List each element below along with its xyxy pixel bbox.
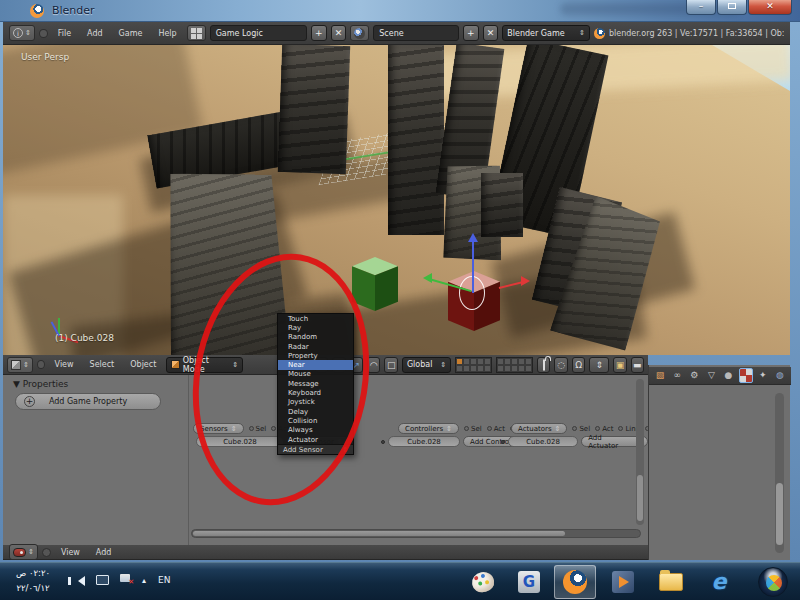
taskbar-app-internet-explorer[interactable]: e bbox=[698, 565, 740, 599]
menu-view[interactable]: View bbox=[49, 360, 80, 369]
controllers-object-name: Cube.028 bbox=[388, 436, 460, 447]
tab-constraints[interactable]: ∞ bbox=[670, 368, 684, 383]
collapse-menus-button[interactable] bbox=[39, 29, 48, 38]
screen-layout-field[interactable]: Game Logic bbox=[210, 25, 307, 41]
3d-viewport[interactable]: User Persp (1) Cube.028 bbox=[3, 45, 790, 355]
scene-field[interactable]: Scene bbox=[373, 25, 459, 41]
actuators-filter-sel[interactable]: Sel bbox=[572, 425, 590, 433]
scene-stats: blender.org 263 | Ve:17571 | Fa:33654 | … bbox=[594, 28, 784, 39]
properties-scrollbar[interactable] bbox=[775, 393, 784, 553]
maximize-button[interactable] bbox=[717, 0, 747, 15]
media-player-icon bbox=[612, 571, 634, 593]
snap-element-select[interactable]: ⇕ bbox=[589, 357, 609, 373]
show-hidden-icons-button[interactable]: ▴ bbox=[142, 576, 146, 585]
actuators-filter-act[interactable]: Act bbox=[595, 425, 613, 433]
scrollbar-thumb[interactable] bbox=[193, 531, 565, 536]
layers-grid-1[interactable] bbox=[455, 357, 492, 373]
actuators-object-name: Cube.028 bbox=[508, 436, 578, 447]
lock-to-scene-button[interactable] bbox=[537, 357, 550, 373]
windows-logo-icon bbox=[758, 567, 788, 597]
updown-icon: ⇕ bbox=[555, 425, 561, 433]
desktop-screen: Blender – ✕ i ⇕ File Add Game Help Game … bbox=[0, 0, 800, 600]
taskbar-clock[interactable]: ٠٢:٢٠ ص ٢٢/٠٦/١٢ bbox=[4, 566, 62, 598]
language-indicator[interactable]: EN bbox=[158, 575, 170, 585]
layers-grid-2[interactable] bbox=[496, 357, 533, 373]
snap-magnet-button[interactable]: Ω bbox=[572, 357, 585, 373]
taskbar-app-explorer[interactable] bbox=[650, 565, 692, 599]
logic-editor-header: ⇕ View Add bbox=[3, 545, 648, 560]
tab-modifiers[interactable]: ⚙ bbox=[687, 368, 701, 383]
properties-panel-title[interactable]: ▼ Properties bbox=[13, 379, 68, 389]
window-titlebar[interactable]: Blender – ✕ bbox=[0, 0, 800, 22]
logic-editor-icon bbox=[13, 548, 26, 557]
scrollbar-thumb[interactable] bbox=[637, 475, 643, 521]
engine-select[interactable]: Blender Game ⇕ bbox=[502, 25, 590, 41]
taskbar-app-media-player[interactable] bbox=[602, 565, 644, 599]
menu-help[interactable]: Help bbox=[152, 29, 182, 38]
menu-add[interactable]: Add bbox=[81, 29, 109, 38]
blender-logo-icon bbox=[30, 4, 44, 18]
network-icon[interactable] bbox=[96, 575, 109, 585]
add-scene-button[interactable]: + bbox=[463, 25, 479, 41]
controllers-filter-act[interactable]: Act bbox=[487, 425, 505, 433]
tab-material[interactable]: ● bbox=[721, 368, 735, 383]
tab-object[interactable]: ▧ bbox=[653, 368, 667, 383]
start-button[interactable] bbox=[752, 565, 794, 599]
vertical-scrollbar[interactable] bbox=[636, 379, 644, 525]
orientation-select[interactable]: Global ⇕ bbox=[402, 357, 451, 373]
scene-icon bbox=[354, 28, 365, 39]
close-button[interactable]: ✕ bbox=[748, 0, 792, 15]
menu-select[interactable]: Select bbox=[84, 360, 121, 369]
controllers-filter-menu[interactable]: Controllers ⇕ bbox=[398, 423, 459, 434]
green-cube-object[interactable] bbox=[352, 257, 398, 311]
taskbar: ٠٢:٢٠ ص ٢٢/٠٦/١٢ ▴ EN G e bbox=[0, 562, 800, 600]
menu-view[interactable]: View bbox=[55, 548, 86, 557]
updown-icon: ⇕ bbox=[579, 29, 585, 37]
delete-layout-button[interactable]: ✕ bbox=[331, 25, 347, 41]
manipulator-z-axis[interactable] bbox=[472, 241, 474, 293]
scrollbar-thumb[interactable] bbox=[776, 483, 783, 545]
plus-icon: + bbox=[24, 396, 35, 407]
controllers-filter-sel[interactable]: Sel bbox=[464, 425, 482, 433]
window-title: Blender bbox=[52, 4, 95, 17]
updown-icon: ⇕ bbox=[23, 361, 29, 369]
scale-manipulator-button[interactable]: □ bbox=[384, 357, 397, 373]
taskbar-app-g[interactable]: G bbox=[508, 565, 550, 599]
collapse-menus-button[interactable] bbox=[42, 548, 51, 557]
editor-type-selector[interactable]: i ⇕ bbox=[9, 25, 35, 41]
render-opengl-button[interactable]: ▣ bbox=[613, 357, 626, 373]
horizontal-scrollbar[interactable] bbox=[191, 529, 641, 538]
link-socket[interactable] bbox=[501, 440, 505, 444]
taskbar-app-paint[interactable] bbox=[462, 565, 504, 599]
editor-type-selector[interactable]: ⇕ bbox=[7, 357, 33, 373]
tab-texture[interactable] bbox=[739, 368, 753, 383]
screen-layout-icon-button[interactable] bbox=[187, 25, 206, 41]
menu-game[interactable]: Game bbox=[113, 29, 149, 38]
delete-scene-button[interactable]: ✕ bbox=[483, 25, 499, 41]
editor-type-selector[interactable]: ⇕ bbox=[9, 544, 38, 560]
scene-icon-button[interactable] bbox=[350, 25, 369, 41]
info-header: i ⇕ File Add Game Help Game Logic + ✕ Sc… bbox=[3, 22, 790, 45]
minimize-button[interactable]: – bbox=[686, 0, 716, 15]
object-mode-icon bbox=[171, 360, 179, 369]
actuators-filter-menu[interactable]: Actuators ⇕ bbox=[511, 423, 567, 434]
collapse-menus-button[interactable] bbox=[37, 360, 45, 369]
tab-physics[interactable]: ◍ bbox=[773, 368, 787, 383]
proportional-edit-button[interactable]: ◌ bbox=[554, 357, 567, 373]
menu-file[interactable]: File bbox=[52, 29, 77, 38]
updown-icon: ⇕ bbox=[25, 29, 31, 37]
action-center-icon[interactable] bbox=[120, 574, 130, 582]
add-layout-button[interactable]: + bbox=[311, 25, 327, 41]
render-animation-button[interactable]: ▬ bbox=[631, 357, 644, 373]
menu-add[interactable]: Add bbox=[90, 548, 118, 557]
tab-particles[interactable]: ✦ bbox=[756, 368, 770, 383]
taskbar-app-blender[interactable] bbox=[554, 565, 596, 599]
clock-date: ٢٢/٠٦/١٢ bbox=[4, 581, 62, 596]
tab-object-data[interactable]: ▽ bbox=[704, 368, 718, 383]
link-socket[interactable] bbox=[381, 440, 385, 444]
menu-object[interactable]: Object bbox=[124, 360, 162, 369]
volume-icon[interactable] bbox=[78, 576, 85, 586]
add-game-property-button[interactable]: + Add Game Property bbox=[15, 393, 161, 410]
updown-icon: ⇕ bbox=[440, 361, 446, 369]
blender-window: Blender – ✕ i ⇕ File Add Game Help Game … bbox=[0, 0, 800, 562]
